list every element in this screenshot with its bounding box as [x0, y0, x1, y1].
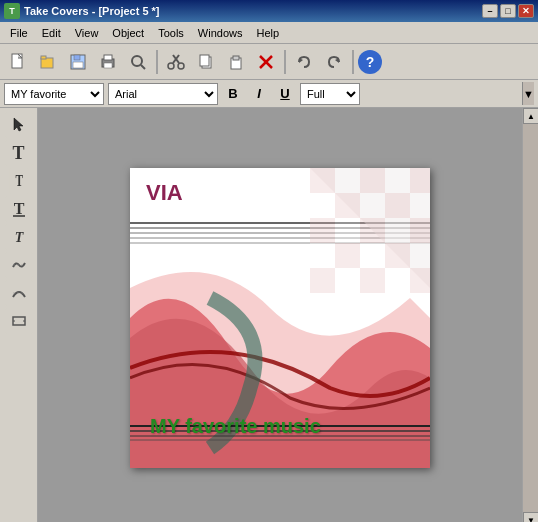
cover-via-text: VIA [146, 180, 183, 206]
align-dropdown[interactable]: Full [300, 83, 360, 105]
left-toolbar: T T T T [0, 108, 38, 522]
print-button[interactable] [94, 48, 122, 76]
italic-button[interactable]: I [248, 83, 270, 105]
font-dropdown[interactable]: Arial [108, 83, 218, 105]
svg-point-13 [168, 63, 174, 69]
svg-point-9 [132, 56, 142, 66]
svg-rect-38 [335, 168, 360, 193]
svg-rect-49 [360, 218, 385, 243]
svg-rect-4 [74, 55, 80, 60]
menu-object[interactable]: Object [106, 25, 150, 41]
main-toolbar: ? [0, 44, 538, 80]
minimize-button[interactable]: – [482, 4, 498, 18]
menu-view[interactable]: View [69, 25, 105, 41]
menu-file[interactable]: File [4, 25, 34, 41]
svg-rect-60 [385, 268, 410, 293]
svg-rect-8 [104, 63, 112, 68]
svg-rect-7 [104, 55, 112, 60]
menu-edit[interactable]: Edit [36, 25, 67, 41]
svg-rect-45 [385, 193, 410, 218]
cut-button[interactable] [162, 48, 190, 76]
format-scroll-arrow[interactable]: ▼ [522, 82, 534, 105]
new-button[interactable] [4, 48, 32, 76]
svg-rect-16 [200, 55, 209, 66]
save-button[interactable] [64, 48, 92, 76]
svg-text:T: T [13, 200, 24, 217]
shape-tool[interactable] [5, 308, 33, 334]
menu-tools[interactable]: Tools [152, 25, 190, 41]
svg-rect-42 [310, 193, 335, 218]
svg-rect-43 [335, 193, 360, 218]
svg-text:T: T [14, 230, 24, 245]
format-bar: MY favorite Arial B I U Full ▼ [0, 80, 538, 108]
help-button[interactable]: ? [358, 50, 382, 74]
delete-button[interactable] [252, 48, 280, 76]
text-stretch-tool[interactable]: T [9, 168, 29, 194]
copy-button[interactable] [192, 48, 220, 76]
app-icon: T [4, 3, 20, 19]
find-button[interactable] [124, 48, 152, 76]
svg-rect-51 [410, 218, 430, 243]
svg-rect-54 [360, 243, 385, 268]
svg-rect-57 [310, 268, 335, 293]
svg-rect-41 [410, 168, 430, 193]
canvas-area: VIA MY favorite music [38, 108, 522, 522]
svg-rect-53 [335, 243, 360, 268]
arc-tool[interactable] [5, 280, 33, 306]
menu-windows[interactable]: Windows [192, 25, 249, 41]
svg-point-14 [178, 63, 184, 69]
menu-bar: File Edit View Object Tools Windows Help [0, 22, 538, 44]
redo-button[interactable] [320, 48, 348, 76]
text-compress-tool[interactable]: T [5, 196, 33, 222]
separator-1 [156, 50, 158, 74]
right-scrollbar: ▲ ▼ [522, 108, 538, 522]
cover-canvas[interactable]: VIA MY favorite music [130, 168, 430, 468]
scroll-track[interactable] [523, 124, 538, 512]
bold-button[interactable]: B [222, 83, 244, 105]
svg-rect-2 [41, 56, 46, 59]
window-controls: – □ ✕ [482, 4, 534, 18]
svg-rect-50 [385, 218, 410, 243]
paste-button[interactable] [222, 48, 250, 76]
menu-help[interactable]: Help [250, 25, 285, 41]
text-style-tool[interactable]: T [5, 224, 33, 250]
text-tool[interactable]: T [5, 140, 33, 166]
scroll-up-button[interactable]: ▲ [523, 108, 538, 124]
svg-rect-39 [360, 168, 385, 193]
maximize-button[interactable]: □ [500, 4, 516, 18]
svg-rect-58 [335, 268, 360, 293]
title-bar: T Take Covers - [Project 5 *] – □ ✕ [0, 0, 538, 22]
select-tool[interactable] [5, 112, 33, 138]
svg-rect-5 [73, 62, 83, 68]
window-title: Take Covers - [Project 5 *] [24, 5, 160, 17]
wave-tool[interactable] [5, 252, 33, 278]
svg-rect-55 [385, 243, 410, 268]
open-button[interactable] [34, 48, 62, 76]
separator-2 [284, 50, 286, 74]
svg-rect-52 [310, 243, 335, 268]
svg-rect-40 [385, 168, 410, 193]
svg-rect-18 [233, 56, 239, 60]
main-area: T T T T [0, 108, 538, 522]
svg-rect-61 [410, 268, 430, 293]
undo-button[interactable] [290, 48, 318, 76]
svg-rect-48 [335, 218, 360, 243]
svg-rect-59 [360, 268, 385, 293]
separator-3 [352, 50, 354, 74]
svg-rect-46 [410, 193, 430, 218]
svg-rect-47 [310, 218, 335, 243]
close-button[interactable]: ✕ [518, 4, 534, 18]
scroll-down-button[interactable]: ▼ [523, 512, 538, 522]
underline-button[interactable]: U [274, 83, 296, 105]
style-dropdown[interactable]: MY favorite [4, 83, 104, 105]
svg-rect-56 [410, 243, 430, 268]
svg-line-10 [141, 65, 145, 69]
svg-rect-44 [360, 193, 385, 218]
svg-rect-37 [310, 168, 335, 193]
cover-music-text: MY favorite music [150, 415, 321, 438]
